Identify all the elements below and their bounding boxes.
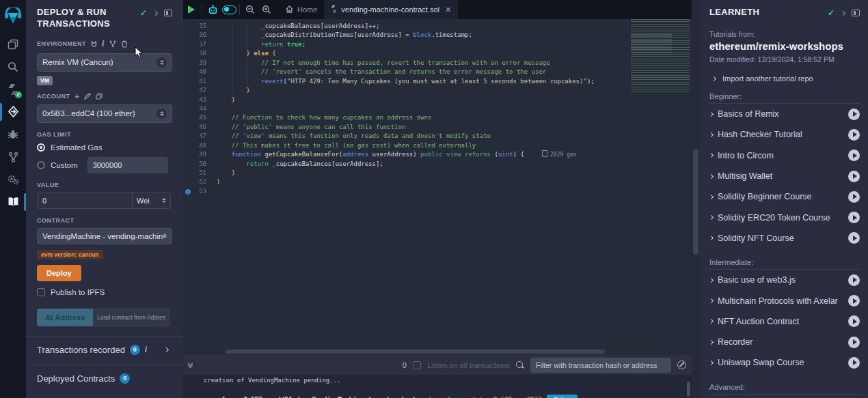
import-tutorial-repo-row[interactable]: Import another tutorial repo [709,74,860,83]
tutorial-play-button[interactable] [848,357,860,369]
line-number[interactable]: 36 [199,31,206,40]
tab-home[interactable]: Home [279,0,324,19]
deploy-button[interactable]: Deploy [37,265,81,281]
tutorial-play-button[interactable] [848,150,860,161]
tutorial-item-intro-to-circom[interactable]: Intro to Circom [709,145,860,166]
terminal-vertical-scrollbar[interactable] [687,382,690,397]
account-select-arrows-icon[interactable] [157,109,167,119]
line-number[interactable]: 38 [199,49,206,58]
breakpoint-dot[interactable] [185,189,191,195]
transactions-recorded-row[interactable]: Transactions recorded 0 i [37,345,172,355]
tutorial-item-hash-checker-tutorial[interactable]: Hash Checker Tutorial [709,124,860,145]
file-explorer-icon[interactable] [0,33,26,55]
panel-collapse-icon[interactable] [153,10,158,15]
transactions-info-icon[interactable]: i [145,345,147,355]
line-number[interactable]: 37 [199,40,206,49]
learneth-book-icon[interactable] [0,190,26,213]
line-number[interactable]: 48 [199,141,206,150]
environment-info-icon[interactable]: i [102,39,105,49]
tutorial-item-basic-use-of-web3-js[interactable]: Basic use of web3.js [709,270,860,290]
deployed-contracts-row[interactable]: Deployed Contracts 0 [37,373,172,384]
tutorial-play-button[interactable] [848,232,860,244]
tutorial-item-solidity-erc20-token-course[interactable]: Solidity ERC20 Token Course [709,207,860,227]
tutorial-play-button[interactable] [848,212,860,223]
publish-ipfs-checkbox[interactable] [37,288,45,296]
tutorial-item-uniswap-swap-course[interactable]: Uniswap Swap Course [709,352,860,373]
debugger-icon[interactable] [0,123,26,145]
tutorial-item-multisig-wallet[interactable]: Multisig Wallet [709,166,860,186]
tutorial-item-solidity-beginner-course[interactable]: Solidity Beginner Course [709,186,860,207]
account-select[interactable]: 0x5B3...eddC4 (100 ether) [37,104,172,123]
tutorial-item-basics-of-remix[interactable]: Basics of Remix [709,104,860,124]
line-number[interactable]: 43 [199,96,206,104]
line-number[interactable]: 35 [199,22,206,31]
tutorial-play-button[interactable] [848,129,860,141]
line-number[interactable]: 39 [199,59,206,68]
terminal-search-icon[interactable] [516,361,524,369]
editor-minimap[interactable] [631,19,690,93]
at-address-button[interactable]: At Address [37,309,93,326]
zoom-out-icon[interactable] [242,0,258,19]
line-number[interactable]: 53 [199,187,206,196]
tutorial-play-button[interactable] [848,191,860,203]
copy-account-icon[interactable] [96,93,103,100]
tutorial-play-button[interactable] [848,315,860,327]
remix-logo-icon[interactable] [0,4,26,29]
line-number[interactable]: 50 [199,160,206,169]
fork-state-icon[interactable] [109,40,116,47]
editor-horizontal-scrollbar[interactable] [226,350,605,354]
line-number[interactable]: 45 [199,113,206,122]
git-icon[interactable] [0,145,26,168]
line-number[interactable]: 47 [199,132,206,141]
zoom-in-icon[interactable] [258,0,275,19]
transactions-expand-icon[interactable] [164,347,169,352]
code-editor[interactable]: 35 _cupcakeBalances[userAddress]++;36 _c… [183,19,692,355]
tutorial-item-recorder[interactable]: Recorder [709,332,860,352]
learneth-collapse-icon[interactable] [841,10,845,15]
tab-vending-machine-contract-sol[interactable]: vending-machine-contract.sol✕ [324,0,458,19]
tutorial-play-button[interactable] [848,337,860,348]
search-icon[interactable] [0,55,26,78]
value-unit-select[interactable]: Wei [133,193,171,209]
contract-select[interactable]: VendingMachine - vending-machin [37,228,172,244]
tutorial-play-button[interactable] [848,171,860,182]
terminal-filter-input[interactable] [530,358,671,373]
line-number[interactable]: 52 [199,177,206,186]
tutorial-item-all-about-proxy-contracts[interactable]: All about Proxy Contracts [709,395,860,398]
run-script-button[interactable] [183,0,200,19]
pin-panel-icon[interactable] [164,10,172,16]
line-number[interactable]: 40 [199,68,206,76]
sign-message-icon[interactable] [84,93,91,100]
deploy-run-icon[interactable] [0,100,26,123]
close-tab-icon[interactable]: ✕ [445,5,451,14]
line-number[interactable]: 41 [199,77,206,86]
line-number[interactable]: 42 [199,86,206,95]
plug-icon[interactable] [91,40,97,47]
at-address-input[interactable]: Load contract from Addres [93,309,169,326]
line-number[interactable]: 46 [199,123,206,132]
listen-transactions-checkbox[interactable] [413,361,421,369]
environment-select[interactable]: Remix VM (Cancun) [37,53,172,72]
add-account-icon[interactable]: + [75,92,80,100]
tutorial-play-button[interactable] [848,295,860,307]
tutorial-play-button[interactable] [848,109,860,120]
line-number[interactable]: 49 [199,150,206,159]
estimated-gas-radio[interactable] [37,143,45,152]
ai-copilot-icon[interactable] [204,0,221,19]
line-number[interactable]: 44 [199,104,206,113]
tutorial-item-solidity-nft-course[interactable]: Solidity NFT Course [709,228,860,248]
right-panel-scrollbar[interactable] [692,0,700,398]
right-panel-scrollbar-thumb[interactable] [693,149,699,255]
line-number[interactable]: 51 [199,169,206,177]
environment-select-arrows-icon[interactable] [157,57,167,68]
ai-copilot-toggle[interactable] [221,0,237,19]
custom-gas-radio[interactable] [37,161,45,169]
debug-button[interactable]: Debug [547,395,578,398]
custom-gas-input[interactable] [87,157,168,173]
tutorial-item-multichain-protocols-with-axelar[interactable]: Multichain Protocols with Axelar [709,290,860,311]
learneth-pin-icon[interactable] [852,10,860,16]
tutorial-item-nft-auction-contract[interactable]: NFT Auction Contract [709,311,860,332]
terminal-clear-icon[interactable] [677,360,686,369]
value-input[interactable] [37,193,133,209]
terminal-collapse-icon[interactable] [189,363,192,367]
